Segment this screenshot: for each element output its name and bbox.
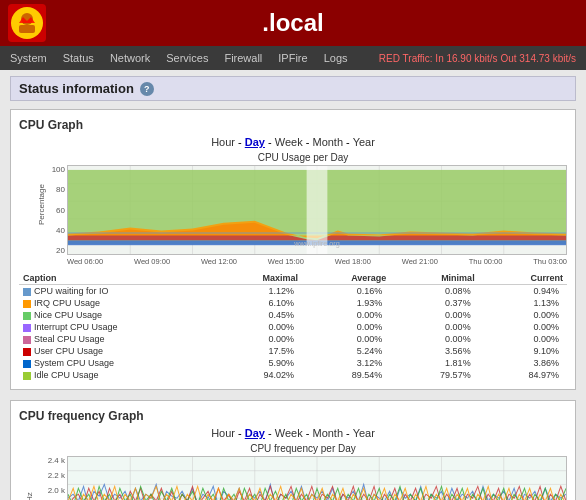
- freq-time-day[interactable]: Day: [245, 427, 265, 439]
- cpu-graph-title: CPU Graph: [19, 118, 567, 132]
- legend-label: Interrupt CPU Usage: [19, 321, 214, 333]
- legend-color-6: [23, 360, 31, 368]
- legend-cur: 0.00%: [479, 309, 567, 321]
- legend-max: 17.5%: [214, 345, 302, 357]
- legend-cur: 9.10%: [479, 345, 567, 357]
- cpu-time-month[interactable]: Month: [312, 136, 343, 148]
- legend-color-7: [23, 372, 31, 380]
- freq-chart-container: CPU frequency per Day MHz 2.4 k 2.2 k 2.…: [39, 443, 567, 500]
- legend-label: User CPU Usage: [19, 345, 214, 357]
- header: .local: [0, 0, 586, 46]
- legend-label: Steal CPU Usage: [19, 333, 214, 345]
- nav-status[interactable]: Status: [55, 50, 102, 66]
- navbar: System Status Network Services Firewall …: [0, 46, 586, 70]
- freq-time-nav: Hour - Day - Week - Month - Year: [19, 427, 567, 439]
- legend-cur: 1.13%: [479, 297, 567, 309]
- legend-min: 0.00%: [390, 333, 478, 345]
- cpu-chart-container: CPU Usage per Day Percentage 100 80 60 4…: [39, 152, 567, 266]
- legend-row: User CPU Usage 17.5% 5.24% 3.56% 9.10%: [19, 345, 567, 357]
- cpu-time-nav: Hour - Day - Week - Month - Year: [19, 136, 567, 148]
- legend-min: 0.37%: [390, 297, 478, 309]
- legend-min: 0.00%: [390, 321, 478, 333]
- legend-avg: 5.24%: [302, 345, 390, 357]
- legend-col-avg: Average: [302, 272, 390, 285]
- nav-services[interactable]: Services: [158, 50, 216, 66]
- legend-max: 0.45%: [214, 309, 302, 321]
- legend-col-min: Minimal: [390, 272, 478, 285]
- legend-color-4: [23, 336, 31, 344]
- freq-time-hour[interactable]: Hour: [211, 427, 235, 439]
- freq-time-year[interactable]: Year: [353, 427, 375, 439]
- legend-row: Interrupt CPU Usage 0.00% 0.00% 0.00% 0.…: [19, 321, 567, 333]
- legend-max: 6.10%: [214, 297, 302, 309]
- legend-max: 0.00%: [214, 321, 302, 333]
- nav-network[interactable]: Network: [102, 50, 158, 66]
- svg-text:www.ipfire.org: www.ipfire.org: [293, 240, 340, 248]
- freq-y-axis-label: MHz: [25, 492, 34, 500]
- legend-cur: 0.00%: [479, 321, 567, 333]
- legend-color-5: [23, 348, 31, 356]
- legend-avg: 1.93%: [302, 297, 390, 309]
- freq-chart-area: www.ipfire.org Wed 06:00 Wed 09:00 Wed 1…: [67, 456, 567, 500]
- legend-max: 1.12%: [214, 285, 302, 298]
- status-header: Status information ?: [10, 76, 576, 101]
- legend-label: System CPU Usage: [19, 357, 214, 369]
- nav-firewall[interactable]: Firewall: [216, 50, 270, 66]
- page-title: Status information: [19, 81, 134, 96]
- legend-avg: 0.16%: [302, 285, 390, 298]
- legend-avg: 0.00%: [302, 321, 390, 333]
- freq-time-week[interactable]: Week: [275, 427, 303, 439]
- cpu-time-day[interactable]: Day: [245, 136, 265, 148]
- legend-color-2: [23, 312, 31, 320]
- legend-max: 94.02%: [214, 369, 302, 381]
- cpu-time-week[interactable]: Week: [275, 136, 303, 148]
- nav-logs[interactable]: Logs: [316, 50, 356, 66]
- legend-cur: 0.94%: [479, 285, 567, 298]
- legend-cur: 84.97%: [479, 369, 567, 381]
- svg-rect-2: [19, 25, 35, 33]
- cpu-chart-title: CPU Usage per Day: [39, 152, 567, 163]
- legend-min: 0.00%: [390, 309, 478, 321]
- main-content: Status information ? CPU Graph Hour - Da…: [0, 70, 586, 500]
- legend-row: IRQ CPU Usage 6.10% 1.93% 0.37% 1.13%: [19, 297, 567, 309]
- nav-system[interactable]: System: [2, 50, 55, 66]
- cpu-legend-table: Caption Maximal Average Minimal Current …: [19, 272, 567, 381]
- legend-label: IRQ CPU Usage: [19, 297, 214, 309]
- cpu-x-axis: Wed 06:00 Wed 09:00 Wed 12:00 Wed 15:00 …: [67, 255, 567, 266]
- cpu-time-hour[interactable]: Hour: [211, 136, 235, 148]
- freq-y-axis: 2.4 k 2.2 k 2.0 k 1.8 k 1.6 k 1.4 k 1.2 …: [39, 456, 67, 500]
- legend-label: Nice CPU Usage: [19, 309, 214, 321]
- legend-col-caption: Caption: [19, 272, 214, 285]
- info-icon[interactable]: ?: [140, 82, 154, 96]
- cpu-chart-area: www.ipfire.org Wed 06:00 Wed 09:00 Wed 1…: [67, 165, 567, 266]
- legend-row: System CPU Usage 5.90% 3.12% 1.81% 3.86%: [19, 357, 567, 369]
- freq-chart-svg: www.ipfire.org: [67, 456, 567, 500]
- legend-min: 0.08%: [390, 285, 478, 298]
- traffic-info: RED Traffic: In 16.90 kbit/s Out 314.73 …: [371, 53, 584, 64]
- legend-row: Idle CPU Usage 94.02% 89.54% 79.57% 84.9…: [19, 369, 567, 381]
- cpu-graph-section: CPU Graph Hour - Day - Week - Month - Ye…: [10, 109, 576, 390]
- cpu-freq-section: CPU frequency Graph Hour - Day - Week - …: [10, 400, 576, 500]
- freq-time-month[interactable]: Month: [312, 427, 343, 439]
- legend-label: Idle CPU Usage: [19, 369, 214, 381]
- nav-ipfire[interactable]: IPFire: [270, 50, 315, 66]
- header-logo: [8, 4, 46, 42]
- legend-avg: 3.12%: [302, 357, 390, 369]
- legend-row: CPU waiting for IO 1.12% 0.16% 0.08% 0.9…: [19, 285, 567, 298]
- header-title: .local: [262, 9, 323, 37]
- legend-min: 3.56%: [390, 345, 478, 357]
- legend-row: Nice CPU Usage 0.45% 0.00% 0.00% 0.00%: [19, 309, 567, 321]
- legend-col-cur: Current: [479, 272, 567, 285]
- legend-label: CPU waiting for IO: [19, 285, 214, 298]
- legend-cur: 0.00%: [479, 333, 567, 345]
- legend-min: 79.57%: [390, 369, 478, 381]
- freq-chart-title: CPU frequency per Day: [39, 443, 567, 454]
- cpu-time-year[interactable]: Year: [353, 136, 375, 148]
- legend-max: 0.00%: [214, 333, 302, 345]
- legend-color-0: [23, 288, 31, 296]
- cpu-chart-svg: www.ipfire.org: [67, 165, 567, 255]
- legend-avg: 0.00%: [302, 333, 390, 345]
- legend-col-max: Maximal: [214, 272, 302, 285]
- legend-avg: 89.54%: [302, 369, 390, 381]
- legend-cur: 3.86%: [479, 357, 567, 369]
